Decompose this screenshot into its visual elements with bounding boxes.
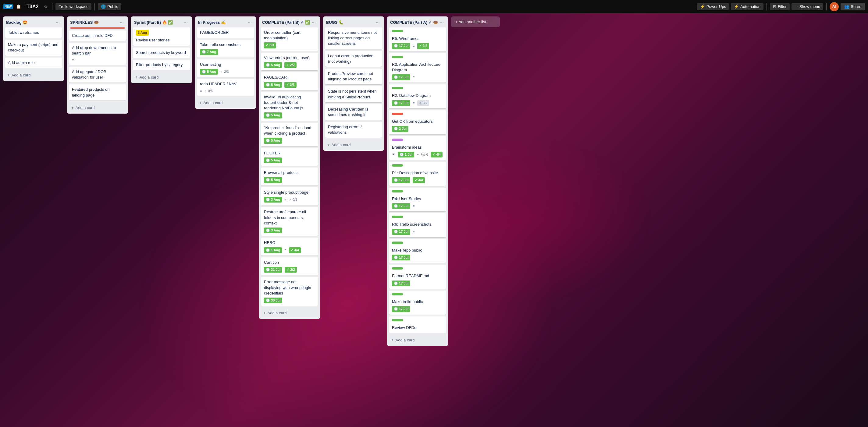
plus-icon: + [391, 338, 394, 342]
show-menu-button[interactable]: ··· Show menu [792, 3, 824, 10]
card[interactable]: Add admin role [5, 58, 62, 68]
list-menu-button[interactable]: ··· [55, 19, 61, 26]
add-card-button[interactable]: + Add a card [389, 336, 446, 344]
list-header: SPRINKLES 🍩··· [67, 17, 128, 27]
card[interactable]: Error message not displaying with wrong … [261, 277, 318, 306]
card-meta: 🕐 17 Jul [392, 281, 443, 286]
card[interactable]: Registering errors / valdiations [325, 122, 382, 138]
star-icon[interactable]: ☆ [43, 3, 49, 10]
card[interactable]: State is not persistent when clicking a … [325, 86, 382, 102]
card[interactable]: Order controller (cart manipulation)✓ 3/… [261, 27, 318, 51]
lightning-icon: ⚡ [700, 4, 705, 9]
card[interactable]: FOOTER🕐 5 Aug [261, 148, 318, 166]
card[interactable]: Brainstorm ideas👁🕐 1 Jul≡💬 6✓ 4/4 [389, 136, 446, 160]
card[interactable]: 6 AugRevise user stories [133, 27, 190, 46]
card[interactable]: R6: Trello screenshots🕐 17 Jul≡ [389, 213, 446, 237]
share-button[interactable]: 👥 Share [841, 3, 865, 10]
card-labels [392, 113, 443, 117]
card[interactable]: Featured products on landing page [69, 85, 126, 100]
card[interactable]: R4: User Stories🕐 17 Jul≡ [389, 188, 446, 212]
card[interactable]: Invalid url duplicating footer/header & … [261, 92, 318, 121]
list-title: Sprint (Part B) 🔥 ✅ [134, 20, 183, 25]
card[interactable]: Style single product page🕐 3 Aug≡✓ 0/3 [261, 187, 318, 205]
header-right: ⚡ Power-Ups ⚡ Automation ⊟ Filter ··· Sh… [697, 2, 865, 11]
card[interactable]: Filter products by category [133, 60, 190, 70]
list-menu-button[interactable]: ··· [183, 19, 189, 26]
card[interactable]: "No product found" on load when clicking… [261, 123, 318, 146]
card[interactable]: Decreasing CartItem is sometimes trashin… [325, 104, 382, 120]
card[interactable]: R2: Dataflow Diagram🕐 17 Jul≡✓ 0/2 [389, 85, 446, 108]
card-title: Review DFDs [392, 325, 443, 330]
card-title: Decreasing CartItem is sometimes trashin… [328, 107, 379, 118]
date-badge: 🕐 17 Jul [392, 306, 410, 312]
card[interactable]: Add agegate / DOB validation for user [69, 67, 126, 83]
card[interactable]: Add drop down menus to search bar≡ [69, 43, 126, 65]
add-card-button[interactable]: + Add a card [5, 71, 62, 79]
card[interactable]: Format README.md🕐 17 Jul [389, 265, 446, 289]
more-icon: ··· [795, 4, 798, 9]
list-menu-button[interactable]: ··· [439, 19, 445, 26]
card[interactable]: Make trello public🕐 17 Jul [389, 291, 446, 315]
card[interactable]: CartIcon🕐 31 Jul✓ 2/2 [261, 257, 318, 275]
list-menu-button[interactable]: ··· [247, 19, 253, 26]
card[interactable]: Responsive menu items not linking correc… [325, 27, 382, 49]
add-card-button[interactable]: + Add a card [69, 104, 126, 112]
card-title: User testing [200, 62, 251, 67]
card[interactable]: Make repo public🕐 17 Jul [389, 239, 446, 263]
card[interactable]: ProductPreview cards not aligning on Pro… [325, 68, 382, 85]
list-header: COMPLETE (Part A) ✓ 🍩··· [387, 17, 448, 27]
description-icon: ≡ [413, 75, 414, 79]
card-meta: 🕐 5 Aug✓ 3/3 [264, 82, 315, 88]
card-labels [392, 56, 443, 60]
add-list-button[interactable]: + Add another list [451, 17, 500, 27]
card[interactable]: HERO🕐 1 Aug≡✓ 4/4 [261, 237, 318, 256]
date-badge: 🕐 5 Aug [264, 112, 282, 118]
list-menu-button[interactable]: ··· [311, 19, 317, 26]
card[interactable]: Take trello screenshots🕐 7 Aug [197, 40, 254, 58]
card[interactable]: User testing🕐 5 Aug✓ 2/3 [197, 59, 254, 77]
description-icon: ≡ [413, 204, 414, 208]
visibility-button[interactable]: 🌐 Public [98, 3, 121, 10]
card[interactable]: Tablet wireframes [5, 27, 62, 38]
card[interactable]: redo HEADER / NAV≡✓ 0/6 [197, 79, 254, 96]
date-badge: 🕐 1 Jul [398, 152, 414, 158]
card[interactable]: R3: Application Architecture Diagram🕐 17… [389, 53, 446, 83]
list-menu-button[interactable]: ··· [375, 19, 381, 26]
list-header: COMPLETE (Part B) ✓ ✅··· [259, 17, 320, 27]
add-card-button[interactable]: + Add a card [133, 73, 190, 81]
card[interactable]: Logout error in production (not working) [325, 51, 382, 67]
automation-button[interactable]: ⚡ Automation [731, 3, 764, 10]
card[interactable]: Create admin role DFD [69, 30, 126, 41]
list-header: Backlog 🤩··· [3, 17, 64, 27]
card-labels [392, 319, 443, 323]
add-card-button[interactable]: + Add a card [197, 99, 254, 107]
list-menu-button[interactable]: ··· [119, 19, 125, 26]
card[interactable]: Browse all products🕐 5 Aug [261, 167, 318, 186]
card[interactable]: View orders (current user)🕐 5 Aug✓ 2/2 [261, 53, 318, 71]
card[interactable]: Make a payment (stripe) and checkout [5, 40, 62, 56]
avatar[interactable]: AI [830, 2, 839, 11]
card[interactable]: Review DFDs [389, 317, 446, 333]
add-card-button[interactable]: + Add a card [261, 309, 318, 317]
card[interactable]: R5: Wireframes🕐 17 Jul≡✓ 2/2 [389, 27, 446, 52]
list-sprint_b: Sprint (Part B) 🔥 ✅···6 AugRevise user s… [131, 17, 192, 83]
card-title: Featured products on landing page [72, 87, 123, 98]
card[interactable]: Get OK from educators🕐 2 Jul [389, 110, 446, 134]
card-label [392, 139, 403, 141]
card[interactable]: Search products by keyword [133, 47, 190, 58]
list-bugs: BUGS 🐛···Responsive menu items not linki… [323, 17, 384, 151]
list-cards: Order controller (cart manipulation)✓ 3/… [259, 27, 320, 307]
card[interactable]: Restructure/separate all folders in comp… [261, 207, 318, 236]
new-badge[interactable]: NEW [3, 4, 13, 9]
filter-button[interactable]: ⊟ Filter [770, 3, 790, 10]
card[interactable]: PAGES/ORDER [197, 27, 254, 38]
power-ups-button[interactable]: ⚡ Power-Ups [697, 3, 729, 10]
board-name[interactable]: T3A2 [24, 3, 41, 11]
add-card-button[interactable]: + Add a card [325, 141, 382, 149]
checklist-progress-badge: ✓ 3/3 [264, 42, 276, 48]
card[interactable]: R1: Description of website🕐 17 Jul✓ 4/4 [389, 162, 446, 186]
card-meta: 🕐 17 Jul [392, 306, 443, 312]
workspace-button[interactable]: Trello workspace [56, 3, 91, 10]
card-title: R2: Dataflow Diagram [392, 93, 443, 98]
card[interactable]: PAGES/CART🕐 5 Aug✓ 3/3 [261, 72, 318, 90]
